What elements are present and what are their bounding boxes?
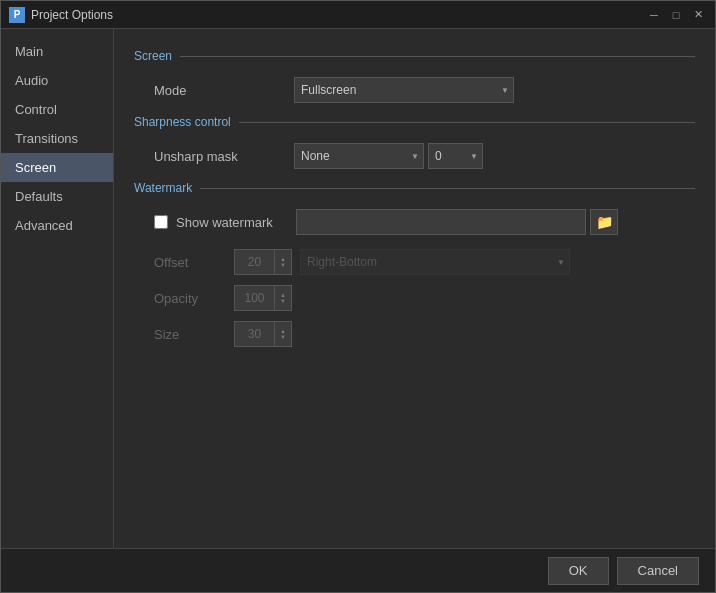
offset-arrow: ▲ ▼ <box>274 249 292 275</box>
screen-section-line <box>180 56 695 57</box>
sidebar-item-advanced[interactable]: Advanced <box>1 211 113 240</box>
window-icon: P <box>9 7 25 23</box>
sidebar-item-transitions[interactable]: Transitions <box>1 124 113 153</box>
mode-label: Mode <box>154 83 294 98</box>
size-input <box>234 321 274 347</box>
sidebar-item-screen[interactable]: Screen <box>1 153 113 182</box>
watermark-section-header: Watermark <box>134 181 695 195</box>
offset-label: Offset <box>154 255 234 270</box>
ok-button[interactable]: OK <box>548 557 609 585</box>
unsharp-label: Unsharp mask <box>154 149 294 164</box>
position-select-wrapper-offset: Right-Bottom Right-Top Left-Bottom Left-… <box>300 249 570 275</box>
close-button[interactable]: ✕ <box>689 6 707 24</box>
bottom-bar: OK Cancel <box>1 548 715 592</box>
unsharp-row: Unsharp mask None Weak Normal Strong 0 <box>134 143 695 169</box>
watermark-browse-button[interactable]: 📁 <box>590 209 618 235</box>
size-label: Size <box>154 327 234 342</box>
watermark-sub-options: Offset ▲ ▼ Right-Bottom Right-Top <box>134 249 695 347</box>
sidebar-item-defaults[interactable]: Defaults <box>1 182 113 211</box>
sharpness-section-line <box>239 122 695 123</box>
opacity-label: Opacity <box>154 291 234 306</box>
show-watermark-row: Show watermark 📁 <box>134 209 695 235</box>
screen-section-label: Screen <box>134 49 172 63</box>
watermark-path-input[interactable] <box>296 209 586 235</box>
size-row: Size ▲ ▼ <box>154 321 695 347</box>
screen-section-header: Screen <box>134 49 695 63</box>
opacity-arrow: ▲ ▼ <box>274 285 292 311</box>
show-watermark-checkbox[interactable] <box>154 215 168 229</box>
folder-icon: 📁 <box>596 214 613 230</box>
mode-select-wrapper: Fullscreen Windowed Windowed Fullscreen <box>294 77 514 103</box>
sidebar: Main Audio Control Transitions Screen De… <box>1 29 114 548</box>
opacity-row: Opacity ▲ ▼ <box>154 285 695 311</box>
sidebar-item-audio[interactable]: Audio <box>1 66 113 95</box>
offset-row: Offset ▲ ▼ Right-Bottom Right-Top <box>154 249 695 275</box>
show-watermark-label: Show watermark <box>176 215 286 230</box>
cancel-button[interactable]: Cancel <box>617 557 699 585</box>
content-area: Main Audio Control Transitions Screen De… <box>1 29 715 548</box>
watermark-section-line <box>200 188 695 189</box>
opacity-spinbox: ▲ ▼ <box>234 285 292 311</box>
sidebar-item-main[interactable]: Main <box>1 37 113 66</box>
maximize-button[interactable]: □ <box>667 6 685 24</box>
size-arrow: ▲ ▼ <box>274 321 292 347</box>
sidebar-item-control[interactable]: Control <box>1 95 113 124</box>
unsharp-amount-wrapper: 0 1 2 3 4 5 <box>428 143 483 169</box>
mode-row: Mode Fullscreen Windowed Windowed Fullsc… <box>134 77 695 103</box>
offset-input <box>234 249 274 275</box>
unsharp-controls: None Weak Normal Strong 0 1 2 3 4 <box>294 143 483 169</box>
sharpness-section-header: Sharpness control <box>134 115 695 129</box>
title-bar: P Project Options ─ □ ✕ <box>1 1 715 29</box>
unsharp-select-wrapper: None Weak Normal Strong <box>294 143 424 169</box>
window-controls: ─ □ ✕ <box>645 6 707 24</box>
opacity-input <box>234 285 274 311</box>
position-select: Right-Bottom Right-Top Left-Bottom Left-… <box>300 249 570 275</box>
main-panel: Screen Mode Fullscreen Windowed Windowed… <box>114 29 715 548</box>
position-wrapper: Right-Bottom Right-Top Left-Bottom Left-… <box>300 249 570 275</box>
watermark-section-label: Watermark <box>134 181 192 195</box>
unsharp-amount-select[interactable]: 0 1 2 3 4 5 <box>428 143 483 169</box>
window-title: Project Options <box>31 8 645 22</box>
minimize-button[interactable]: ─ <box>645 6 663 24</box>
watermark-path-row: 📁 <box>296 209 618 235</box>
project-options-window: P Project Options ─ □ ✕ Main Audio Contr… <box>0 0 716 593</box>
unsharp-mask-select[interactable]: None Weak Normal Strong <box>294 143 424 169</box>
mode-select[interactable]: Fullscreen Windowed Windowed Fullscreen <box>294 77 514 103</box>
size-spinbox: ▲ ▼ <box>234 321 292 347</box>
offset-spinbox: ▲ ▼ <box>234 249 292 275</box>
sharpness-section-label: Sharpness control <box>134 115 231 129</box>
